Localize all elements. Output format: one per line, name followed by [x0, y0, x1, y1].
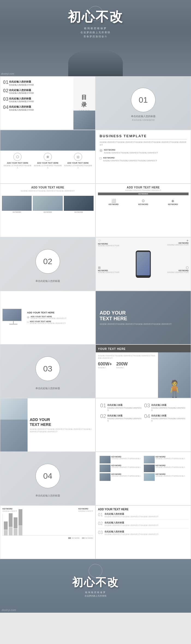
toc-item-2: 02 在此处输入您的标题 在此处输入您的标题文字内容	[3, 88, 71, 94]
kw-photo-grid: KEYWORD 在此处输入您的内容文字说明在此处输入 KEYWORD 在此处输入…	[98, 454, 189, 483]
num4-slide: 01 在此处输入标题 在此处输入您的内容文字在此处输入您的内容文字 03 在此处…	[96, 398, 191, 452]
toc-item-1: 01 在此处输入您的标题 在此处输入您的标题文字内容	[3, 80, 71, 86]
kw-item-3: ◈ KEYWORD	[159, 199, 187, 205]
ol-item-2: 02 在此处输入您的标题 在此处输入您的内容文字在此处输入您的内容文字在此处输入…	[98, 521, 189, 528]
three-col-header-img	[0, 130, 95, 151]
toc-list: 01 在此处输入您的标题 在此处输入您的标题文字内容 02 在此处输入您的标题 …	[0, 77, 73, 130]
toc-item-4: 04 在此处输入您的标题 在此处输入您的标题文字内容	[3, 105, 71, 111]
photo-2: KEYWORD	[33, 196, 62, 213]
mountain-text-slide: ADD YOURTEXT HERE 在此处输入您的内容文字在此处输入您的内容文字…	[0, 398, 96, 452]
circle-icon-1: ⬡	[13, 153, 22, 161]
kw-text-2: 在此处输入您的内容文字在此处输入您的内容文字在此处输入您的内容文字	[103, 160, 157, 162]
mountain-add-text: ADD YOURTEXT HERE	[30, 417, 93, 427]
section3-slide: 03 单击此处输入您的标题	[0, 344, 96, 398]
phone-mockup	[136, 251, 151, 278]
num-item-03: 03 在此处输入标题 在此处输入您的内容文字在此处输入您的内容文字	[144, 403, 186, 412]
circle-icon-2: ⊕	[44, 153, 52, 161]
kw-photo-5: KEYWORD 在此处输入您的内容文字说明在此处输入	[100, 473, 143, 481]
ol-item-1: 01 在此处输入您的标题 在此处输入您的内容文字在此处输入您的内容文字在此处输入…	[98, 512, 189, 520]
mu-lu-panel: 目 录 C O N T E N T S	[73, 77, 95, 130]
circle-icon-3: ◎	[74, 153, 82, 161]
photo-kw-3: KEYWORD	[64, 211, 94, 213]
stat1: 600W+ 在此处输入	[98, 362, 112, 369]
kw-header-bar: KEYWORDS	[98, 193, 189, 195]
kw-item-1: ⬜ KEYWORD	[100, 199, 128, 205]
num-item-04: 04 在此处输入标题 在此处输入您的内容文字在此处输入您的内容文字	[144, 413, 186, 422]
kw-grid: ⬜ KEYWORD ⊙ KEYWORD ◈ KEYWORD	[98, 197, 189, 207]
mountain-img-col	[0, 398, 28, 451]
cover-circle-deco	[88, 6, 103, 21]
section3-num: 03	[43, 365, 52, 373]
mu-lu-text2: 录	[79, 101, 90, 108]
kw-text-1: 在此处输入您的内容文字在此处输入您的内容文字在此处输入您的内容文字	[104, 152, 158, 154]
photo-row: KEYWORD KEYWORD KEYWORD	[0, 196, 95, 213]
final-cover-slide: 初心不改 敢闯敢想敢做梦 在追梦的路上无所畏惧 doxinyi.com	[0, 559, 191, 613]
keyword-row-1: ◎ KEYWORD 在此处输入您的内容文字在此处输入您的内容文字在此处输入您的内…	[100, 148, 187, 154]
business-slide: BUSINESS TEMPLATE 在此处输入您的内容文字在此处输入您的内容文字…	[96, 130, 191, 184]
biz-body: 在此处输入您的内容文字在此处输入您的内容文字在此处输入您的内容文字在此处输入您的…	[100, 141, 187, 146]
keyword-icon-2: □	[100, 156, 102, 160]
kw-item-2: ⊙ KEYWORD	[129, 199, 157, 205]
cover-subtitle1: 敢闯敢想敢做梦	[68, 27, 123, 30]
add-text-photo-slide: ADD YOUR TEXT HERE 在此处输入您的内容文字在此处输入您的内容文…	[0, 184, 96, 237]
section4-circle: 04	[35, 464, 60, 488]
your-text-header: YOUR TEXT HERE	[96, 345, 191, 352]
num-list: 01 在此处输入标题 在此处输入您的内容文字在此处输入您的内容文字 03 在此处…	[98, 401, 189, 425]
kw-label-1: KEYWORD	[104, 148, 158, 152]
phone-kw-slide: ♡ KEYWORD 在此处输入您的内容文字说明 ✈ KEYWORD 在此处输入您…	[96, 237, 191, 291]
dark-text-slide: ADD YOURTEXT HERE 在此处输入您的内容文字在此处输入您的内容文字…	[96, 291, 191, 344]
col-title-1: ADD YOUR TEXT HERE	[4, 162, 32, 164]
keyword-row-2: □ KEYWORD 在此处输入您的内容文字在此处输入您的内容文字在此处输入您的内…	[100, 156, 187, 162]
section4-num: 04	[43, 472, 52, 480]
section1-num: 01	[139, 96, 148, 104]
stat2: 200W 在此处输入	[116, 362, 128, 369]
bar-chart	[2, 514, 93, 536]
section3-circle: 03	[35, 356, 60, 381]
section1-circle-wrap: 01	[131, 88, 156, 112]
section2-title: 单击此处输入您的标题	[0, 279, 95, 283]
numbered-ol: 01 在此处输入您的标题 在此处输入您的内容文字在此处输入您的内容文字在此处输入…	[98, 512, 189, 537]
add-text-ol-slide: ADD YOUR TEXT HERE 01 在此处输入您的标题 在此处输入您的内…	[96, 505, 191, 559]
add-text-ol-title: ADD YOUR TEXT HERE	[98, 508, 189, 511]
section1-text: 单击此处输入您的标题 单击此处输入您的标题内容	[96, 115, 191, 121]
final-watermark: doxinyi.com	[2, 609, 16, 612]
section2-circle: 02	[35, 249, 60, 274]
keyword-icon-1: ◎	[100, 148, 102, 152]
monitor-img	[2, 309, 24, 326]
monitor-slide: ADD YOUR TEXT HERE ◎ ADD YOUR TEXT HERE …	[0, 291, 96, 344]
section4-title: 单击此处输入您的标题	[0, 494, 95, 498]
your-text-stats-slide: YOUR TEXT HERE 在此处输入您的内容文字在此处输入您的内容文字在此处…	[96, 344, 191, 398]
cover-subtitle2: 在追梦的路上无所畏惧	[68, 31, 123, 34]
num-item-01: 01 在此处输入标题 在此处输入您的内容文字在此处输入您的内容文字	[100, 403, 142, 412]
bar-chart-slide: KEYWORD 在此处输入内容文字 KEYWORD 在此处输入内容文字	[0, 505, 96, 559]
three-col-slide: ⬡ ADD YOUR TEXT HERE 在此处输入文字内容说明文字在此处输入 …	[0, 130, 96, 184]
photo-kw-2: KEYWORD	[33, 211, 62, 213]
col-item-3: ◎ ADD YOUR TEXT HERE 在此处输入文字内容说明文字在此处输入	[63, 153, 93, 169]
your-text-label: YOUR TEXT HERE	[98, 347, 126, 350]
section4-slide: 04 单击此处输入您的标题	[0, 452, 96, 505]
three-col-content: ⬡ ADD YOUR TEXT HERE 在此处输入文字内容说明文字在此处输入 …	[0, 151, 95, 184]
section1-slide: 01 单击此处输入您的标题 单击此处输入您的标题内容	[96, 76, 191, 130]
section2-slide: 02 单击此处输入您的标题	[0, 237, 96, 291]
biz-title: BUSINESS TEMPLATE	[100, 134, 187, 138]
photo-kw-1: KEYWORD	[2, 211, 32, 213]
toc-item-3: 03 在此处输入您的标题 在此处输入您的标题文字内容	[3, 97, 71, 103]
ol-item-3: 03 在此处输入您的标题 在此处输入您的内容文字在此处输入您的内容文字在此处输入…	[98, 530, 189, 537]
stat1-num: 600W+	[98, 362, 112, 367]
toc-image	[73, 111, 95, 130]
person-photo: 🧍	[158, 352, 191, 398]
dark-add-text: ADD YOURTEXT HERE	[100, 310, 172, 322]
kw-photo-3: KEYWORD 在此处输入您的内容文字说明在此处输入	[100, 465, 143, 472]
toc-slide: 01 在此处输入您的标题 在此处输入您的标题文字内容 02 在此处输入您的标题 …	[0, 76, 96, 130]
cover-subtitle3: 青春梦想激情奋斗	[68, 35, 123, 38]
photo-1: KEYWORD	[2, 196, 32, 213]
final-cover-content: 初心不改 敢闯敢想敢做梦 在追梦的路上无所畏惧	[72, 575, 119, 597]
rock-silhouette	[68, 49, 123, 76]
kw-label-2: KEYWORD	[103, 156, 157, 160]
add-text-1: ADD YOUR TEXT HERE	[2, 186, 93, 189]
num-item-02: 02 在此处输入标题 在此处输入您的内容文字在此处输入您的内容文字	[100, 413, 142, 422]
final-circle	[89, 564, 102, 578]
kw-photo-2: KEYWORD 在此处输入您的内容文字说明在此处输入	[144, 456, 187, 463]
kw-photo-1: KEYWORD 在此处输入您的内容文字说明在此处输入	[100, 456, 143, 463]
stats-row: 600W+ 在此处输入 200W 在此处输入	[98, 362, 156, 369]
